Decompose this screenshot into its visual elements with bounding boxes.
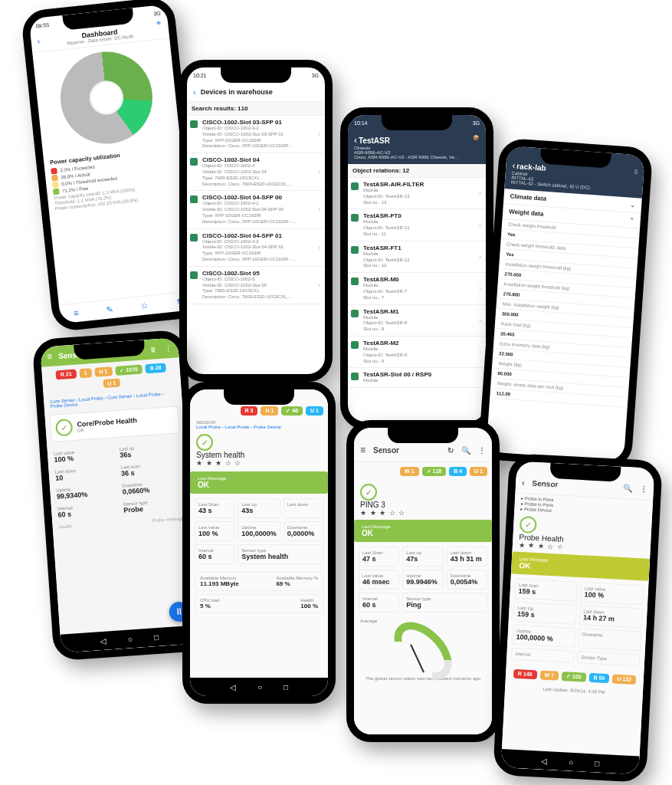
pill[interactable]: U 1 bbox=[103, 379, 121, 389]
nav-recent[interactable]: □ bbox=[284, 683, 288, 691]
list-item[interactable]: CISCO-1002-Slot 03-SFP 01Object-ID: CISC… bbox=[187, 116, 325, 153]
status-net: 3G bbox=[153, 10, 161, 16]
module-icon bbox=[351, 341, 359, 349]
module-icon bbox=[351, 246, 359, 254]
status-net: 3G bbox=[473, 120, 480, 126]
pill[interactable]: R 21 bbox=[55, 370, 77, 380]
relations-count: Object relations: 12 bbox=[348, 164, 486, 178]
nav-back[interactable]: ◁ bbox=[230, 683, 236, 691]
phone-warehouse: 10:213G ‹ Devices in warehouse Search re… bbox=[179, 60, 333, 382]
page-title: Sensor bbox=[532, 479, 558, 489]
device-icon bbox=[190, 271, 198, 279]
star-icon[interactable]: ☆ bbox=[140, 301, 149, 311]
box-icon: 📦 bbox=[473, 135, 480, 141]
nav-home[interactable]: ○ bbox=[128, 635, 133, 643]
phone-ping: ≡ Sensor ↻🔍⋮ W 1 ✓ 116 B 4 U 1 ✓ PING 3 … bbox=[346, 420, 500, 742]
page-title: Sensor bbox=[373, 446, 399, 455]
chevron-right-icon: › bbox=[479, 317, 481, 324]
list-item[interactable]: CISCO-1002-Slot 04-SFP 00Object-ID: CISC… bbox=[187, 191, 325, 228]
list-item[interactable]: TestASR-FT0ModuleObject-ID: TestASR-11Sl… bbox=[348, 209, 486, 241]
sensor-name: PING 3 bbox=[360, 501, 486, 509]
pill[interactable]: 1 bbox=[79, 368, 92, 378]
pill[interactable]: R 3 bbox=[241, 406, 258, 415]
list-item[interactable]: CISCO-1002-Slot 04-SFP 01Object-ID: CISC… bbox=[187, 229, 325, 267]
nav-back[interactable]: ◁ bbox=[100, 636, 107, 645]
menu-icon[interactable]: ≡ bbox=[74, 308, 80, 318]
eye-icon[interactable]: 👁 bbox=[156, 20, 162, 26]
pill[interactable]: U 1 bbox=[470, 467, 487, 476]
kv-grid: Last value100 % Last up36s Last down10 L… bbox=[47, 436, 190, 525]
status-ok-icon: ✓ bbox=[360, 484, 377, 501]
pill[interactable]: B 28 bbox=[145, 363, 166, 373]
pill[interactable]: B 50 bbox=[588, 673, 609, 683]
pill[interactable]: B 4 bbox=[449, 467, 467, 476]
menu-icon[interactable]: ≡ bbox=[360, 445, 366, 455]
back-icon[interactable]: ‹ bbox=[512, 160, 516, 171]
last-message-bar: Last MessageOK bbox=[190, 471, 328, 494]
pill[interactable]: ✓ 103 bbox=[562, 672, 586, 682]
page-header: ‹ TestASR 📦 Chassis ASR-9006-AC-V2 Cisco… bbox=[348, 130, 486, 164]
edit-icon[interactable]: ✎ bbox=[106, 304, 113, 315]
status-time: 09:55 bbox=[35, 21, 49, 28]
bottom-toolbar: ≡ ✎ ☆ ↻ bbox=[59, 291, 198, 324]
pill[interactable]: W 1 bbox=[400, 467, 418, 476]
chevron-right-icon: › bbox=[479, 253, 481, 261]
page-title: TestASR bbox=[359, 136, 390, 145]
refresh-icon[interactable]: ↻ bbox=[447, 446, 454, 455]
nav-home[interactable]: ○ bbox=[257, 683, 262, 691]
pill[interactable]: W 7 bbox=[539, 671, 559, 681]
more-icon[interactable]: ⋮ bbox=[478, 446, 486, 455]
list-item[interactable]: TestASR-M2ModuleObject-ID: TestASR-9Slot… bbox=[348, 337, 486, 368]
list-item[interactable]: TestASR-M1ModuleObject-ID: TestASR-8Slot… bbox=[348, 305, 486, 337]
device-icon bbox=[190, 120, 198, 128]
back-icon[interactable]: ‹ bbox=[354, 135, 357, 146]
pill[interactable]: R 148 bbox=[513, 669, 537, 680]
memory-box: Available Memory11.193 MByte Available M… bbox=[195, 572, 323, 591]
pill[interactable]: ✓ 116 bbox=[422, 467, 447, 476]
list-item[interactable]: CISCO-1002-Slot 04Object-ID: CISCO-1002-… bbox=[187, 153, 325, 191]
search-icon[interactable]: 🔍 bbox=[623, 484, 633, 493]
phone-probe-health: ‹ Sensor 🔍⋮ ▸ Probe in Paris ▸ Probe in … bbox=[493, 453, 663, 783]
legend: Power capacity utilization 2.0% / Exceed… bbox=[44, 143, 187, 215]
page-title: Devices in warehouse bbox=[201, 88, 273, 96]
pill[interactable]: ✓ 1070 bbox=[115, 365, 143, 376]
back-icon[interactable]: ‹ bbox=[522, 478, 525, 487]
menu-icon[interactable]: ≡ bbox=[47, 351, 53, 362]
pill[interactable]: U 1 bbox=[306, 406, 323, 415]
chevron-right-icon: › bbox=[318, 281, 320, 289]
pill[interactable]: ✓ 40 bbox=[281, 406, 303, 415]
list-item[interactable]: CISCO-1002-Slot 05Object-ID: CISCO-1002-… bbox=[187, 267, 325, 304]
status-pills: W 1 ✓ 116 B 4 U 1 bbox=[354, 462, 492, 481]
status-net: 3G bbox=[312, 73, 319, 78]
device-icon bbox=[190, 234, 198, 241]
gauge-chart bbox=[388, 629, 457, 672]
list-item[interactable]: TestASR-Slot 00 / RSP0Module bbox=[348, 368, 486, 388]
more-icon[interactable]: ⋮ bbox=[164, 343, 172, 353]
nav-back[interactable]: ◁ bbox=[541, 756, 548, 764]
pill[interactable]: U 132 bbox=[612, 674, 636, 685]
last-message-bar: Last MessageOK bbox=[354, 520, 492, 542]
pill[interactable]: H 1 bbox=[261, 406, 278, 415]
back-icon[interactable]: ‹ bbox=[37, 36, 41, 45]
nav-recent[interactable]: □ bbox=[595, 759, 600, 767]
rack-icon: ▯ bbox=[634, 169, 638, 175]
nav-recent[interactable]: □ bbox=[154, 632, 159, 641]
status-ok-icon: ✓ bbox=[196, 434, 213, 451]
list-item[interactable]: TestASR-M0ModuleObject-ID: TestASR-7Slot… bbox=[348, 273, 486, 304]
kv-grid: Last Scan43 s Last up43s Last down Last … bbox=[190, 494, 328, 569]
more-icon[interactable]: ⋮ bbox=[640, 484, 648, 494]
pause-icon[interactable]: ⏸ bbox=[149, 345, 157, 354]
kv-grid: Last scan159 s Last value100 % Last Up15… bbox=[506, 573, 649, 671]
sensor-name: System health bbox=[196, 451, 322, 459]
list-item[interactable]: TestASR-AIR-FILTERModuleObject-ID: TestA… bbox=[348, 178, 486, 209]
nav-home[interactable]: ○ bbox=[569, 757, 574, 766]
list-item[interactable]: TestASR-FT1ModuleObject-ID: TestASR-12Sl… bbox=[348, 241, 486, 273]
back-icon[interactable]: ‹ bbox=[193, 87, 196, 97]
phone-sensor-core: ≡ Sensor ↻⏸⋮ R 21 1 H 1 ✓ 1070 B 28 U 1 … bbox=[32, 330, 208, 662]
android-nav: ◁○□ bbox=[60, 625, 198, 652]
chevron-down-icon: ⌄ bbox=[630, 202, 636, 209]
search-icon[interactable]: 🔍 bbox=[461, 446, 470, 455]
pill[interactable]: H 1 bbox=[94, 366, 113, 377]
chevron-right-icon: › bbox=[479, 189, 481, 197]
device-icon bbox=[190, 195, 198, 203]
